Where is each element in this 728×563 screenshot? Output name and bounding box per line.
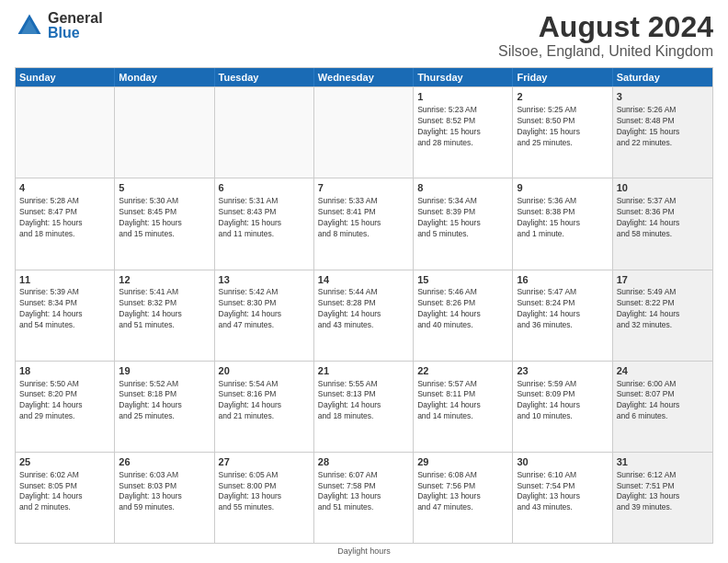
cal-cell: 5Sunrise: 5:30 AM Sunset: 8:45 PM Daylig…	[115, 178, 214, 269]
day-number: 31	[617, 455, 709, 469]
day-number: 27	[219, 455, 310, 469]
cal-cell: 25Sunrise: 6:02 AM Sunset: 8:05 PM Dayli…	[16, 453, 115, 543]
calendar-body: 1Sunrise: 5:23 AM Sunset: 8:52 PM Daylig…	[16, 86, 712, 543]
cal-cell: 9Sunrise: 5:36 AM Sunset: 8:38 PM Daylig…	[513, 178, 612, 269]
cell-info: Sunrise: 5:49 AM Sunset: 8:22 PM Dayligh…	[617, 287, 709, 331]
cell-info: Sunrise: 6:02 AM Sunset: 8:05 PM Dayligh…	[19, 470, 110, 514]
day-number: 12	[119, 273, 210, 287]
cal-header-day: Thursday	[414, 68, 513, 86]
cal-cell: 20Sunrise: 5:54 AM Sunset: 8:16 PM Dayli…	[215, 362, 314, 452]
cell-info: Sunrise: 6:12 AM Sunset: 7:51 PM Dayligh…	[617, 470, 709, 514]
cal-cell: 12Sunrise: 5:41 AM Sunset: 8:32 PM Dayli…	[115, 270, 214, 361]
day-number: 15	[417, 273, 508, 287]
day-number: 20	[219, 364, 310, 378]
cal-cell: 26Sunrise: 6:03 AM Sunset: 8:03 PM Dayli…	[115, 453, 214, 543]
cal-cell: 29Sunrise: 6:08 AM Sunset: 7:56 PM Dayli…	[414, 453, 513, 543]
day-number: 5	[119, 181, 210, 195]
day-number: 13	[219, 273, 310, 287]
cell-info: Sunrise: 5:30 AM Sunset: 8:45 PM Dayligh…	[119, 196, 210, 240]
cal-cell: 30Sunrise: 6:10 AM Sunset: 7:54 PM Dayli…	[513, 453, 612, 543]
cal-cell: 11Sunrise: 5:39 AM Sunset: 8:34 PM Dayli…	[16, 270, 115, 361]
cell-info: Sunrise: 6:05 AM Sunset: 8:00 PM Dayligh…	[219, 470, 310, 514]
cell-info: Sunrise: 5:34 AM Sunset: 8:39 PM Dayligh…	[417, 196, 508, 240]
day-number: 14	[318, 273, 409, 287]
cell-info: Sunrise: 5:54 AM Sunset: 8:16 PM Dayligh…	[219, 379, 310, 423]
cal-cell: 23Sunrise: 5:59 AM Sunset: 8:09 PM Dayli…	[513, 362, 612, 452]
page: General Blue August 2024 Silsoe, England…	[0, 0, 728, 563]
day-number: 9	[517, 181, 608, 195]
logo-text: General Blue	[48, 11, 103, 40]
cell-info: Sunrise: 5:25 AM Sunset: 8:50 PM Dayligh…	[517, 105, 608, 149]
cell-info: Sunrise: 6:08 AM Sunset: 7:56 PM Dayligh…	[417, 470, 508, 514]
cell-info: Sunrise: 5:47 AM Sunset: 8:24 PM Dayligh…	[517, 287, 608, 331]
day-number: 23	[517, 364, 608, 378]
day-number: 8	[417, 181, 508, 195]
logo-icon	[15, 11, 44, 40]
cal-cell: 4Sunrise: 5:28 AM Sunset: 8:47 PM Daylig…	[16, 178, 115, 269]
cell-info: Sunrise: 5:31 AM Sunset: 8:43 PM Dayligh…	[219, 196, 310, 240]
page-subtitle: Silsoe, England, United Kingdom	[498, 43, 713, 60]
cal-cell: 14Sunrise: 5:44 AM Sunset: 8:28 PM Dayli…	[314, 270, 414, 361]
day-number: 24	[617, 364, 709, 378]
cal-header-day: Friday	[513, 68, 612, 86]
day-number: 18	[19, 364, 110, 378]
cal-header-day: Sunday	[16, 68, 115, 86]
day-number: 4	[19, 181, 110, 195]
cell-info: Sunrise: 5:33 AM Sunset: 8:41 PM Dayligh…	[318, 196, 409, 240]
cal-cell: 24Sunrise: 6:00 AM Sunset: 8:07 PM Dayli…	[613, 362, 712, 452]
cell-info: Sunrise: 6:10 AM Sunset: 7:54 PM Dayligh…	[517, 470, 608, 514]
cal-cell: 21Sunrise: 5:55 AM Sunset: 8:13 PM Dayli…	[314, 362, 414, 452]
page-title: August 2024	[498, 11, 713, 43]
day-number: 28	[318, 455, 409, 469]
cal-header-day: Saturday	[613, 68, 712, 86]
cal-cell: 15Sunrise: 5:46 AM Sunset: 8:26 PM Dayli…	[414, 270, 513, 361]
footer-note: Daylight hours	[15, 546, 713, 556]
title-block: August 2024 Silsoe, England, United King…	[498, 11, 713, 60]
cal-cell: 27Sunrise: 6:05 AM Sunset: 8:00 PM Dayli…	[215, 453, 314, 543]
day-number: 26	[119, 455, 210, 469]
day-number: 6	[219, 181, 310, 195]
cal-cell: 17Sunrise: 5:49 AM Sunset: 8:22 PM Dayli…	[613, 270, 712, 361]
logo-general: General	[48, 11, 103, 26]
calendar-header: SundayMondayTuesdayWednesdayThursdayFrid…	[16, 68, 712, 86]
day-number: 22	[417, 364, 508, 378]
cell-info: Sunrise: 6:03 AM Sunset: 8:03 PM Dayligh…	[119, 470, 210, 514]
cell-info: Sunrise: 5:44 AM Sunset: 8:28 PM Dayligh…	[318, 287, 409, 331]
day-number: 21	[318, 364, 409, 378]
cell-info: Sunrise: 5:57 AM Sunset: 8:11 PM Dayligh…	[417, 379, 508, 423]
cal-week-row: 1Sunrise: 5:23 AM Sunset: 8:52 PM Daylig…	[16, 86, 712, 178]
cal-header-day: Monday	[115, 68, 214, 86]
cal-cell: 10Sunrise: 5:37 AM Sunset: 8:36 PM Dayli…	[613, 178, 712, 269]
cell-info: Sunrise: 5:36 AM Sunset: 8:38 PM Dayligh…	[517, 196, 608, 240]
day-number: 19	[119, 364, 210, 378]
cal-cell: 13Sunrise: 5:42 AM Sunset: 8:30 PM Dayli…	[215, 270, 314, 361]
cal-header-day: Tuesday	[215, 68, 314, 86]
cal-header-day: Wednesday	[314, 68, 414, 86]
cal-week-row: 25Sunrise: 6:02 AM Sunset: 8:05 PM Dayli…	[16, 452, 712, 543]
cal-week-row: 18Sunrise: 5:50 AM Sunset: 8:20 PM Dayli…	[16, 361, 712, 452]
calendar: SundayMondayTuesdayWednesdayThursdayFrid…	[15, 67, 713, 544]
cell-info: Sunrise: 5:41 AM Sunset: 8:32 PM Dayligh…	[119, 287, 210, 331]
cal-cell: 7Sunrise: 5:33 AM Sunset: 8:41 PM Daylig…	[314, 178, 414, 269]
logo-blue: Blue	[48, 26, 103, 40]
cal-cell: 18Sunrise: 5:50 AM Sunset: 8:20 PM Dayli…	[16, 362, 115, 452]
day-number: 7	[318, 181, 409, 195]
cell-info: Sunrise: 5:42 AM Sunset: 8:30 PM Dayligh…	[219, 287, 310, 331]
cell-info: Sunrise: 6:00 AM Sunset: 8:07 PM Dayligh…	[617, 379, 709, 423]
cell-info: Sunrise: 5:26 AM Sunset: 8:48 PM Dayligh…	[617, 105, 709, 149]
cal-week-row: 11Sunrise: 5:39 AM Sunset: 8:34 PM Dayli…	[16, 270, 712, 361]
day-number: 25	[19, 455, 110, 469]
cal-cell: 6Sunrise: 5:31 AM Sunset: 8:43 PM Daylig…	[215, 178, 314, 269]
cal-cell	[115, 87, 214, 178]
cal-cell: 2Sunrise: 5:25 AM Sunset: 8:50 PM Daylig…	[513, 87, 612, 178]
cell-info: Sunrise: 5:39 AM Sunset: 8:34 PM Dayligh…	[19, 287, 110, 331]
cal-cell: 28Sunrise: 6:07 AM Sunset: 7:58 PM Dayli…	[314, 453, 414, 543]
cell-info: Sunrise: 5:46 AM Sunset: 8:26 PM Dayligh…	[417, 287, 508, 331]
cal-cell: 1Sunrise: 5:23 AM Sunset: 8:52 PM Daylig…	[414, 87, 513, 178]
day-number: 10	[617, 181, 709, 195]
day-number: 29	[417, 455, 508, 469]
header: General Blue August 2024 Silsoe, England…	[15, 11, 713, 60]
cell-info: Sunrise: 5:52 AM Sunset: 8:18 PM Dayligh…	[119, 379, 210, 423]
cal-cell: 19Sunrise: 5:52 AM Sunset: 8:18 PM Dayli…	[115, 362, 214, 452]
day-number: 17	[617, 273, 709, 287]
